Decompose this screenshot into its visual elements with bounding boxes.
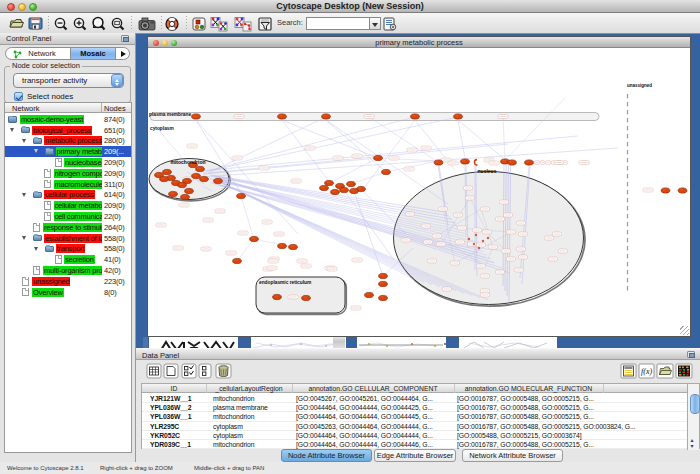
svg-text:mitochondrion: mitochondrion [171,159,206,165]
svg-text:unassigned: unassigned [627,83,652,88]
svg-text:plasma membrane: plasma membrane [149,112,191,117]
svg-text:nucleus: nucleus [478,168,497,174]
svg-text:cytoplasm: cytoplasm [150,126,174,131]
svg-text:endoplasmic reticulum: endoplasmic reticulum [259,280,311,285]
svg-text:f(x): f(x) [641,367,652,376]
